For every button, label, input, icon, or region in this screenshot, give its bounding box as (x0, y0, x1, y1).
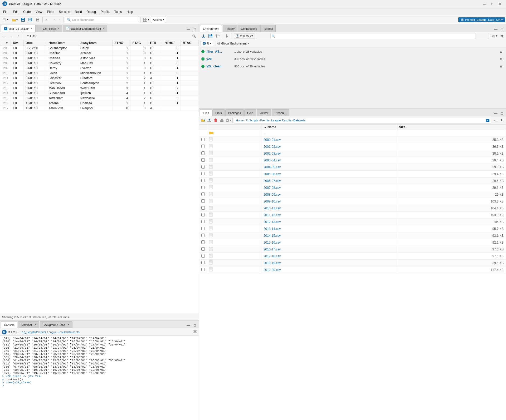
env-item[interactable]: filter_AS... 1 obs. of 28 variables ⊞ (200, 48, 505, 55)
file-name-cell[interactable]: 2000-01.csv (261, 136, 397, 143)
file-name-cell[interactable]: 2004-05.csv (261, 164, 397, 171)
file-name-cell[interactable]: 2012-13.csv (261, 219, 397, 225)
col-hthg[interactable]: HTHG (162, 40, 181, 46)
files-maximize-button[interactable]: □ (499, 110, 505, 116)
file-checkbox[interactable] (201, 138, 205, 141)
breadcrumb-r-scripts[interactable]: R_Scripts (246, 119, 258, 122)
files-refresh-button[interactable]: ↻ (499, 117, 505, 123)
grid-view-button[interactable]: ▾ (142, 16, 150, 23)
env-view-selector[interactable]: List ▾ (491, 34, 498, 38)
env-import-button[interactable] (201, 33, 206, 39)
maximize-panel-button[interactable]: □ (192, 26, 198, 32)
tab-viewer[interactable]: Viewer (257, 109, 271, 116)
file-name-cell[interactable]: 2008-09.csv (261, 191, 397, 198)
file-checkbox[interactable] (201, 179, 205, 182)
file-checkbox[interactable] (201, 268, 205, 271)
tab-help[interactable]: Help (244, 109, 256, 116)
file-name-cell[interactable]: 2018-19.csv (261, 260, 397, 266)
env-maximize-button[interactable]: □ (499, 26, 505, 32)
file-name-cell[interactable]: 2017-18.csv (261, 253, 397, 260)
save-all-button[interactable] (27, 16, 34, 23)
tab-files[interactable]: Files (200, 109, 212, 116)
col-htag[interactable]: HTAG (181, 40, 198, 46)
col-file-name[interactable]: ▲ Name (261, 125, 397, 130)
console-maximize-button[interactable]: □ (192, 322, 198, 328)
console-clear-button[interactable] (193, 329, 197, 334)
breadcrumb-datasets[interactable]: Datasets (293, 119, 305, 122)
breadcrumb-home[interactable]: Home (236, 119, 244, 122)
file-name-cell[interactable]: 2002-03.csv (261, 150, 397, 157)
tab-dataset-explanation[interactable]: 📄 Dataset-Explanation.txt ✕ (63, 25, 107, 32)
menu-debug[interactable]: Debug (85, 9, 98, 14)
file-name-cell[interactable]: 2014-15.csv (261, 232, 397, 239)
menu-session[interactable]: Session (57, 9, 72, 14)
tab-connections[interactable]: Connections (238, 25, 260, 32)
file-checkbox[interactable] (201, 213, 205, 216)
nav-up-button[interactable]: ↑ (15, 33, 21, 39)
file-checkbox[interactable] (201, 172, 205, 175)
minimize-panel-button[interactable]: — (186, 26, 191, 32)
env-item[interactable]: y2k 380 obs. of 28 variables ⊞ (200, 55, 505, 63)
col-hometeam[interactable]: HomeTeam (46, 40, 78, 46)
go-to-function-button[interactable]: ↑ (58, 16, 62, 23)
tab-dataset-close[interactable]: ✕ (102, 27, 104, 30)
tab-background-jobs[interactable]: Background Jobs ✕ (40, 321, 72, 328)
console-minimize-button[interactable]: — (186, 322, 191, 328)
files-gear-button[interactable]: ▾ (225, 117, 231, 123)
files-more-button[interactable]: ⋯ (493, 117, 499, 123)
file-name-cell[interactable]: 2003-04.csv (261, 157, 397, 164)
file-checkbox[interactable] (201, 165, 205, 169)
tab-environment[interactable]: Environment (200, 25, 222, 32)
print-button[interactable] (34, 16, 41, 23)
file-name-cell[interactable]: 2007-08.csv (261, 184, 397, 191)
col-fthg[interactable]: FTHG (113, 40, 130, 46)
file-name-cell[interactable]: 2013-14.csv (261, 225, 397, 232)
addins-button[interactable]: Addins ▾ (151, 17, 166, 23)
minimize-button[interactable]: ─ (481, 1, 488, 8)
file-checkbox[interactable] (201, 254, 205, 258)
goto-file-input[interactable]: 🔍 Go to file/function (65, 17, 139, 23)
filter-button[interactable]: Filter (25, 33, 38, 39)
file-checkbox[interactable] (201, 234, 205, 237)
env-save-button[interactable] (207, 33, 213, 39)
env-item[interactable]: y2k_clean 380 obs. of 28 variables ⊞ (200, 63, 505, 70)
files-rename-button[interactable] (219, 117, 225, 123)
file-checkbox[interactable] (201, 151, 205, 155)
tab-plots[interactable]: Plots (212, 109, 225, 116)
file-checkbox[interactable] (201, 220, 205, 223)
file-name-cell[interactable]: 2006-07.csv (261, 177, 397, 184)
forward-button[interactable]: → (51, 16, 57, 23)
open-file-button[interactable]: ▾ (10, 16, 19, 23)
search-button[interactable] (191, 33, 197, 39)
tab-bg-jobs-close[interactable]: ✕ (67, 323, 70, 326)
file-checkbox[interactable] (201, 247, 205, 251)
tab-tutorial[interactable]: Tutorial (260, 25, 276, 32)
menu-file[interactable]: File (1, 9, 10, 14)
r-selector[interactable]: R R ▾ (201, 41, 213, 46)
file-checkbox[interactable] (201, 145, 205, 148)
file-name-cell[interactable]: 2009-10.csv (261, 198, 397, 205)
menu-edit[interactable]: Edit (11, 9, 21, 14)
close-button[interactable]: ✕ (497, 1, 504, 8)
env-broom-button[interactable] (224, 33, 230, 39)
menu-plots[interactable]: Plots (45, 9, 56, 14)
new-file-button[interactable]: ▾ (1, 16, 10, 23)
file-checkbox[interactable] (201, 192, 205, 196)
env-item-view-button[interactable]: ⊞ (498, 56, 504, 62)
tab-console[interactable]: Console (1, 321, 17, 328)
file-name-cell[interactable]: 2016-17.csv (261, 246, 397, 253)
menu-help[interactable]: Help (124, 9, 135, 14)
tab-presentation[interactable]: Presen... (272, 109, 289, 116)
file-checkbox[interactable] (201, 158, 205, 162)
console-content[interactable]: [321] "14/04/01" "14/04/01" "14/04/01" "… (0, 336, 199, 420)
file-checkbox[interactable] (201, 186, 205, 189)
file-checkbox[interactable] (201, 240, 205, 244)
file-name-cell[interactable]: 2015-16.csv (261, 239, 397, 246)
nav-back-button[interactable]: ← (2, 33, 7, 39)
file-checkbox[interactable] (201, 227, 205, 230)
file-name-cell[interactable]: 2010-11.csv (261, 205, 397, 212)
global-env-selector[interactable]: Global Environment ▾ (217, 42, 249, 45)
data-table-container[interactable]: ▼ Div Date HomeTeam AwayTeam FTHG FTAG F… (0, 40, 199, 314)
tab-terminal[interactable]: Terminal ✕ (18, 321, 39, 328)
tab-year2k[interactable]: R year_2k_2k1.R* ✕ (1, 25, 36, 32)
